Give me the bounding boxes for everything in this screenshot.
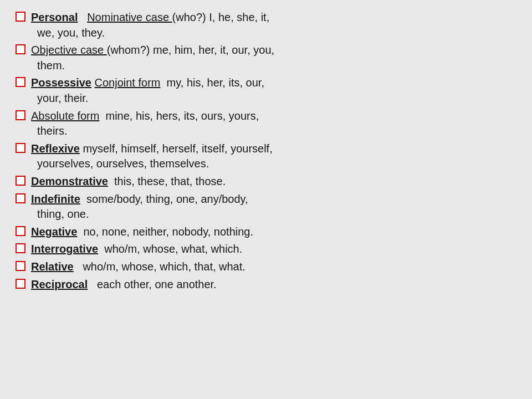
page: Personal Nominative case (who?) I, he, s… xyxy=(0,0,532,399)
item-text-interrogative: Interrogative who/m, whose, what, which. xyxy=(31,242,516,257)
label-personal: Personal xyxy=(31,11,78,23)
label-reciprocal: Reciprocal xyxy=(31,278,88,290)
item-text-absolute: Absolute form mine, his, hers, its, ours… xyxy=(31,109,516,139)
label-negative: Negative xyxy=(31,226,77,238)
list-item: Negative no, none, neither, nobody, noth… xyxy=(16,224,516,240)
checkbox-demonstrative xyxy=(16,176,25,186)
checkbox-reflexive xyxy=(16,143,25,153)
checkbox-personal xyxy=(16,12,25,22)
label-objective: Objective case xyxy=(31,44,107,56)
list-item: Possessive Conjoint form my, his, her, i… xyxy=(16,75,516,106)
label-indefinite: Indefinite xyxy=(31,193,80,205)
nominative-case: Nominative case xyxy=(87,11,172,23)
item-text-reciprocal: Reciprocal each other, one another. xyxy=(31,277,516,293)
checkbox-relative xyxy=(16,261,25,271)
pronoun-list: Personal Nominative case (who?) I, he, s… xyxy=(16,10,516,292)
checkbox-absolute xyxy=(16,110,25,120)
label-absolute: Absolute form xyxy=(31,110,99,122)
item-text-objective: Objective case (whom?) me, him, her, it,… xyxy=(31,43,516,73)
list-item: Demonstrative this, these, that, those. xyxy=(16,174,516,190)
list-item: Relative who/m, whose, which, that, what… xyxy=(16,259,516,275)
label-reflexive: Reflexive xyxy=(31,142,80,155)
label-interrogative: Interrogative xyxy=(31,243,98,255)
item-text-negative: Negative no, none, neither, nobody, noth… xyxy=(31,224,516,240)
list-item: Reflexive myself, himself, herself, itse… xyxy=(16,141,516,172)
list-item: Interrogative who/m, whose, what, which. xyxy=(16,242,516,257)
list-item: Absolute form mine, his, hers, its, ours… xyxy=(16,109,516,139)
checkbox-reciprocal xyxy=(16,279,25,289)
list-item: Indefinite some/body, thing, one, any/bo… xyxy=(16,192,516,222)
item-text-reflexive: Reflexive myself, himself, herself, itse… xyxy=(31,141,516,172)
checkbox-objective xyxy=(16,44,25,54)
checkbox-possessive xyxy=(16,77,25,87)
item-text-demonstrative: Demonstrative this, these, that, those. xyxy=(31,174,516,190)
checkbox-negative xyxy=(16,226,25,236)
label-demonstrative: Demonstrative xyxy=(31,175,108,187)
list-item: Objective case (whom?) me, him, her, it,… xyxy=(16,43,516,73)
item-text-indefinite: Indefinite some/body, thing, one, any/bo… xyxy=(31,192,516,222)
list-item: Reciprocal each other, one another. xyxy=(16,277,516,293)
conjoint-form: Conjoint form xyxy=(95,76,161,89)
label-relative: Relative xyxy=(31,260,74,273)
item-text-personal: Personal Nominative case (who?) I, he, s… xyxy=(31,10,516,40)
item-text-relative: Relative who/m, whose, which, that, what… xyxy=(31,259,516,275)
label-possessive: Possessive xyxy=(31,76,91,89)
checkbox-indefinite xyxy=(16,193,25,203)
item-text-possessive: Possessive Conjoint form my, his, her, i… xyxy=(31,75,516,106)
list-item: Personal Nominative case (who?) I, he, s… xyxy=(16,10,516,40)
checkbox-interrogative xyxy=(16,243,25,253)
